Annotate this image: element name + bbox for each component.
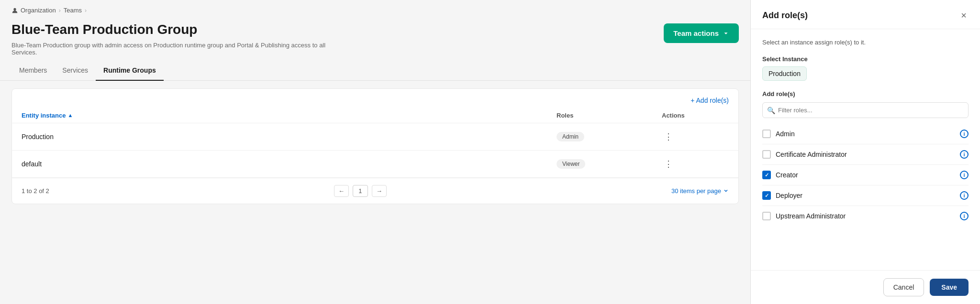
checkbox-certificate-admin[interactable] — [762, 150, 771, 159]
main-panel: Organization › Teams › Blue-Team Product… — [0, 0, 750, 304]
table-row: Production Admin ⋮ — [12, 123, 738, 151]
col-header-actions: Actions — [662, 112, 729, 119]
role-badge-admin: Admin — [557, 132, 584, 141]
info-icon-deployer[interactable]: i — [960, 191, 969, 200]
page-header-left: Blue-Team Production Group Blue-Team Pro… — [11, 22, 337, 56]
info-icon-creator[interactable]: i — [960, 171, 969, 179]
tabs-bar: Members Services Runtime Groups — [0, 62, 750, 81]
right-panel: Add role(s) × Select an instance assign … — [750, 0, 980, 304]
add-role-button[interactable]: + Add role(s) — [690, 97, 729, 104]
cancel-label: Cancel — [893, 283, 914, 291]
role-name-admin: Admin — [776, 130, 795, 138]
content-card: + Add role(s) Entity instance ▲ Roles Ac… — [11, 88, 739, 204]
add-roles-label: Add role(s) — [762, 90, 969, 98]
breadcrumb: Organization › Teams › — [0, 0, 750, 19]
per-page-button[interactable]: 30 items per page — [671, 187, 729, 195]
filter-roles-input[interactable] — [762, 102, 969, 118]
role-item-certificate-admin: Certificate Administrator i — [762, 144, 969, 165]
col-header-entity[interactable]: Entity instance ▲ — [22, 112, 557, 119]
checkbox-admin[interactable] — [762, 130, 771, 138]
checkbox-deployer[interactable] — [762, 191, 771, 200]
actions-menu-production[interactable]: ⋮ — [662, 130, 675, 143]
col-header-roles: Roles — [557, 112, 662, 119]
breadcrumb-org-label: Organization — [21, 7, 56, 14]
pagination-bar: 1 to 2 of 2 ← 1 → 30 items per page — [12, 178, 738, 204]
cell-entity-default: default — [22, 160, 557, 168]
checkbox-upstream-admin[interactable] — [762, 212, 771, 220]
cell-actions-default: ⋮ — [662, 157, 729, 171]
card-top-bar: + Add role(s) — [12, 89, 738, 108]
panel-body: Select an instance assign role(s) to it.… — [751, 29, 980, 270]
role-item-cert-left: Certificate Administrator — [762, 150, 847, 159]
save-label: Save — [941, 283, 957, 291]
sort-icon: ▲ — [67, 112, 73, 118]
role-name-upstream-admin: Upstream Administrator — [776, 212, 846, 220]
save-button[interactable]: Save — [930, 279, 969, 296]
page-title: Blue-Team Production Group — [11, 22, 337, 38]
tab-services[interactable]: Services — [55, 62, 96, 81]
tab-members[interactable]: Members — [11, 62, 55, 81]
role-badge-viewer: Viewer — [557, 159, 585, 169]
cell-entity-production: Production — [22, 133, 557, 141]
org-icon — [11, 7, 18, 14]
filter-input-wrap: 🔍 — [762, 102, 969, 118]
per-page-chevron-icon — [723, 188, 729, 194]
role-item-deployer: Deployer i — [762, 185, 969, 206]
panel-title: Add role(s) — [762, 11, 808, 21]
breadcrumb-teams-label: Teams — [64, 7, 82, 14]
panel-footer: Cancel Save — [751, 270, 980, 304]
add-role-label: + Add role(s) — [690, 97, 729, 104]
instance-tag: Production — [762, 66, 807, 81]
pagination-controls: ← 1 → — [334, 185, 387, 197]
per-page-label: 30 items per page — [671, 187, 721, 195]
cell-actions-production: ⋮ — [662, 130, 729, 143]
breadcrumb-org: Organization — [11, 7, 56, 14]
pagination-info: 1 to 2 of 2 — [22, 187, 49, 195]
page-description: Blue-Team Production group with admin ac… — [11, 42, 337, 56]
cell-roles-default: Viewer — [557, 159, 662, 169]
role-name-deployer: Deployer — [776, 192, 802, 199]
panel-header: Add role(s) × — [751, 0, 980, 29]
role-item-upstream-left: Upstream Administrator — [762, 212, 846, 220]
team-actions-label: Team actions — [673, 29, 719, 37]
panel-close-button[interactable]: × — [959, 10, 969, 21]
breadcrumb-sep: › — [59, 7, 61, 14]
cancel-button[interactable]: Cancel — [883, 278, 924, 296]
table-row: default Viewer ⋮ — [12, 151, 738, 178]
role-name-creator: Creator — [776, 171, 798, 179]
actions-menu-default[interactable]: ⋮ — [662, 157, 675, 171]
info-icon-admin[interactable]: i — [960, 130, 969, 138]
role-item-creator-left: Creator — [762, 171, 798, 179]
role-name-certificate-admin: Certificate Administrator — [776, 151, 847, 158]
info-icon-upstream-admin[interactable]: i — [960, 212, 969, 220]
select-instance-label: Select Instance — [762, 55, 969, 63]
content-area: + Add role(s) Entity instance ▲ Roles Ac… — [0, 81, 750, 304]
role-item-deployer-left: Deployer — [762, 191, 802, 200]
svg-point-0 — [13, 8, 16, 10]
role-item-admin-left: Admin — [762, 130, 795, 138]
roles-list: Admin i Certificate Administrator i Crea… — [762, 124, 969, 226]
current-page-button[interactable]: 1 — [353, 185, 368, 197]
team-actions-button[interactable]: Team actions — [664, 23, 739, 43]
info-icon-certificate-admin[interactable]: i — [960, 150, 969, 159]
panel-subtitle: Select an instance assign role(s) to it. — [762, 39, 969, 46]
table-header: Entity instance ▲ Roles Actions — [12, 108, 738, 123]
chevron-down-icon — [723, 30, 729, 37]
instance-value: Production — [768, 70, 801, 77]
role-item-admin: Admin i — [762, 124, 969, 144]
breadcrumb-arrow: › — [85, 7, 87, 14]
tab-runtime-groups[interactable]: Runtime Groups — [96, 62, 164, 81]
next-page-button[interactable]: → — [372, 185, 387, 197]
col-entity-label: Entity instance — [22, 112, 66, 119]
role-item-upstream-admin: Upstream Administrator i — [762, 206, 969, 226]
role-item-creator: Creator i — [762, 165, 969, 185]
search-icon: 🔍 — [767, 107, 775, 114]
cell-roles-production: Admin — [557, 132, 662, 141]
prev-page-button[interactable]: ← — [334, 185, 349, 197]
checkbox-creator[interactable] — [762, 171, 771, 179]
page-header: Blue-Team Production Group Blue-Team Pro… — [0, 19, 750, 62]
